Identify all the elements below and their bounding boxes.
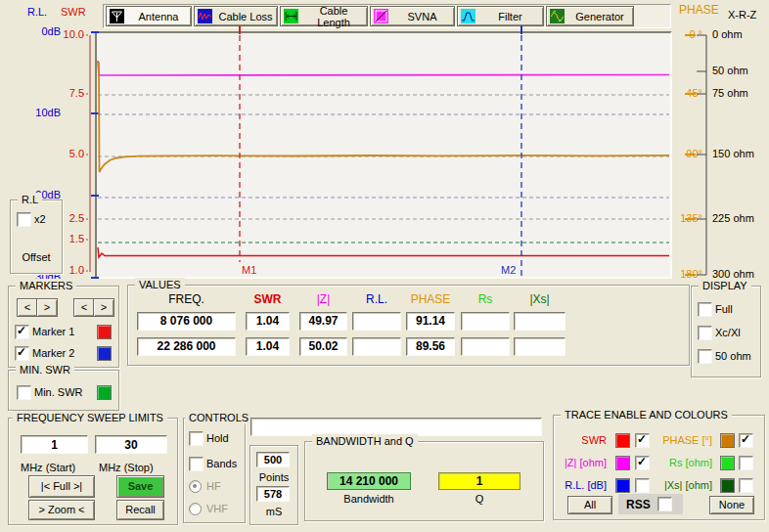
display-50ohm-label: 50 ohm xyxy=(715,350,751,362)
rl-db-tick-label: 0dB xyxy=(27,25,61,37)
bandwidth-value: 14 210 000 xyxy=(327,472,411,490)
cable-loss-icon xyxy=(198,9,212,23)
trace-color-swatch xyxy=(720,478,735,493)
trace-enable-checkbox[interactable] xyxy=(635,478,650,493)
trace-enable-checkbox[interactable] xyxy=(739,478,753,493)
trace-label-swr: SWR xyxy=(554,434,607,446)
toolbar-button-svna[interactable]: SVNA xyxy=(370,6,455,26)
values-cell-r2c1[interactable]: 22 286 000 xyxy=(137,337,236,356)
filter-icon xyxy=(461,9,475,23)
toolbar-button-generator[interactable]: Generator xyxy=(546,6,634,26)
ms-input[interactable] xyxy=(256,486,290,502)
offset-button[interactable]: Offset xyxy=(11,251,62,263)
rl-x2-checkbox[interactable] xyxy=(17,212,31,227)
toolbar-button-cable-length[interactable]: Cable Length xyxy=(280,6,368,26)
values-cell-r1c6 xyxy=(461,312,510,331)
swr-tick-label: 7.5 xyxy=(59,87,84,99)
hold-checkbox[interactable] xyxy=(189,431,204,446)
marker2-checkbox[interactable] xyxy=(15,346,29,361)
xrz-axis-title: X-R-Z xyxy=(728,9,756,21)
marker1-checkbox[interactable] xyxy=(15,325,29,339)
trace-label-phase: PHASE [°] xyxy=(659,434,712,446)
trace-enable-checkbox[interactable] xyxy=(635,456,650,470)
toolbar-button-antenna[interactable]: Antenna xyxy=(106,6,192,26)
toolbar-button-label: Cable Loss xyxy=(214,11,277,22)
toolbar-button-label: Generator xyxy=(566,11,633,22)
marker2-prev-button[interactable]: < xyxy=(73,298,95,317)
display-full-checkbox[interactable] xyxy=(698,302,712,317)
swr-tick-label: 5.0 xyxy=(59,148,84,159)
rl-offset-group: R.L x2 Offset xyxy=(10,200,63,274)
trace-enable-checkbox[interactable] xyxy=(739,433,753,448)
phase-tick-label: 90° xyxy=(676,148,702,159)
freq-stop-input[interactable] xyxy=(95,435,167,454)
points-input[interactable] xyxy=(256,452,290,467)
hf-radio[interactable] xyxy=(189,480,202,493)
min-swr-checkbox[interactable] xyxy=(17,385,31,400)
rss-checkbox[interactable] xyxy=(657,497,672,511)
toolbar-button-cable-loss[interactable]: Cable Loss xyxy=(194,6,278,26)
bands-checkbox[interactable] xyxy=(189,457,204,471)
recall-button[interactable]: Recall xyxy=(116,500,164,520)
trace-color-swatch xyxy=(615,433,630,448)
antenna-analyzer-window: R.L. SWR PHASE X-R-Z AntennaCable LossCa… xyxy=(0,0,769,532)
q-value: 1 xyxy=(438,472,520,490)
marker1-prev-button[interactable]: < xyxy=(17,298,38,317)
save-button[interactable]: Save xyxy=(116,475,164,498)
min-swr-panel: MIN. SWR Min. SWR xyxy=(8,370,119,411)
q-label: Q xyxy=(438,493,520,505)
display-50ohm-checkbox[interactable] xyxy=(698,349,712,364)
cable-length-icon xyxy=(284,9,298,23)
points-panel: Points mS xyxy=(249,445,298,525)
toolbar-button-label: Antenna xyxy=(126,11,191,22)
ohm-tick-label: 75 ohm xyxy=(712,87,763,99)
values-cell-r1c1[interactable]: 8 076 000 xyxy=(137,312,236,331)
values-cell-r2c2: 1.04 xyxy=(246,337,290,356)
values-header-6: |Xs| xyxy=(506,292,574,306)
display-panel: DISPLAY Full Xc/Xl 50 ohm xyxy=(691,286,761,377)
none-traces-button[interactable]: None xyxy=(709,496,754,514)
marker2-color-swatch xyxy=(97,346,112,361)
vhf-label: VHF xyxy=(206,503,228,514)
marker1-next-button[interactable]: > xyxy=(36,298,58,317)
trace-label-zohm: |Z| [ohm] xyxy=(554,457,607,468)
trace-color-swatch xyxy=(615,456,630,470)
marker2-next-button[interactable]: > xyxy=(93,298,114,317)
min-swr-label: Min. SWR xyxy=(34,386,83,398)
freq-stop-label: MHz (Stop) xyxy=(99,462,154,473)
toolbar-button-filter[interactable]: Filter xyxy=(457,6,544,26)
toolbar-button-label: Cable Length xyxy=(300,5,367,28)
antenna-icon xyxy=(110,9,124,23)
toolbar-button-label: Filter xyxy=(477,11,543,22)
ohm-tick-label: 225 ohm xyxy=(712,212,763,224)
values-cell-r1c7 xyxy=(514,312,565,331)
display-full-label: Full xyxy=(715,303,733,315)
display-xcxl-checkbox[interactable] xyxy=(698,326,712,340)
vhf-radio[interactable] xyxy=(189,503,202,515)
sweep-plot-area[interactable] xyxy=(95,31,672,279)
all-traces-button[interactable]: All xyxy=(567,496,612,514)
trace-color-swatch xyxy=(720,433,735,448)
values-title: VALUES xyxy=(135,278,185,291)
trace-enable-checkbox[interactable] xyxy=(635,433,650,448)
min-swr-title: MIN. SWR xyxy=(16,363,74,377)
values-cell-r2c7 xyxy=(514,337,565,356)
rss-label: RSS xyxy=(626,498,651,511)
ohm-tick-label: 50 ohm xyxy=(712,65,763,76)
marker-label-m2[interactable]: M2 xyxy=(501,264,516,276)
phase-tick-label: 135° xyxy=(676,212,702,224)
zoom-button[interactable]: > Zoom < xyxy=(28,500,95,520)
trace-color-swatch xyxy=(720,456,735,470)
phase-tick-label: 0 ° xyxy=(676,28,702,40)
rl-db-tick-label: 10dB xyxy=(27,107,61,118)
full-sweep-button[interactable]: |< Full >| xyxy=(28,475,95,498)
values-cell-r1c5: 91.14 xyxy=(406,312,455,331)
phase-axis-title: PHASE xyxy=(679,3,719,17)
swr-axis-title: SWR xyxy=(61,6,86,18)
freq-sweep-panel: FREQUENCY SWEEP LIMITS MHz (Start) MHz (… xyxy=(8,418,178,525)
values-header-0: FREQ. xyxy=(153,292,221,306)
ms-label: mS xyxy=(250,506,297,517)
marker-label-m1[interactable]: M1 xyxy=(242,264,256,276)
trace-enable-checkbox[interactable] xyxy=(739,456,753,470)
freq-start-input[interactable] xyxy=(21,435,88,454)
